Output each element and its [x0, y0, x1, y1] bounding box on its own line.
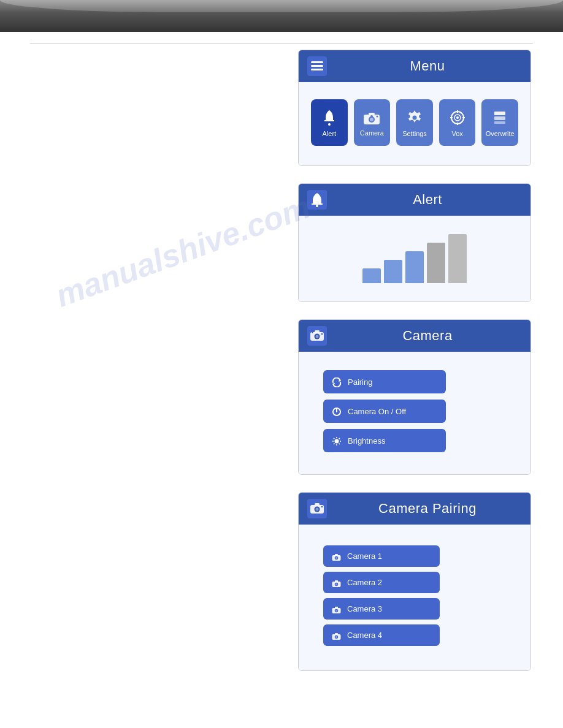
- camera-3-icon: [332, 604, 341, 614]
- svg-rect-2: [311, 69, 323, 70]
- camera-4-label: Camera 4: [347, 631, 382, 640]
- camera-on-off-label: Camera On / Off: [348, 407, 406, 416]
- camera-3-button[interactable]: Camera 3: [323, 598, 440, 620]
- camera-1-label: Camera 1: [347, 552, 382, 561]
- svg-rect-60: [335, 633, 338, 635]
- camera-panel-header: Camera: [299, 320, 530, 352]
- pairing-label: Pairing: [348, 377, 372, 387]
- svg-rect-26: [315, 330, 320, 333]
- alert-title: Alert: [333, 192, 522, 208]
- sync-icon: [332, 376, 342, 387]
- signal-bars: [362, 234, 467, 283]
- bell-icon: [321, 108, 338, 126]
- alert-panel-header: Alert: [299, 184, 530, 216]
- svg-point-51: [335, 583, 337, 585]
- camera-menu-icon: [363, 108, 380, 125]
- svg-point-55: [335, 610, 337, 612]
- svg-rect-0: [311, 61, 323, 63]
- svg-rect-19: [494, 112, 505, 115]
- camera-body: Pairing Camera On / Off: [299, 352, 530, 474]
- svg-line-39: [334, 443, 335, 444]
- gear-icon: [406, 108, 423, 126]
- camera-pairing-header: Camera Pairing: [299, 493, 530, 525]
- camera-pairing-header-icon: [307, 499, 327, 518]
- menu-item-camera[interactable]: Camera: [354, 99, 391, 146]
- camera-on-off-button[interactable]: Camera On / Off: [323, 400, 446, 423]
- brightness-button[interactable]: Brightness: [323, 429, 446, 452]
- pairing-menu: Camera 1 Camera 2: [311, 536, 518, 657]
- svg-line-38: [339, 438, 340, 439]
- camera-menu: Pairing Camera On / Off: [311, 363, 518, 461]
- menu-body: Alert Cam: [299, 82, 530, 165]
- menu-item-overwrite-label: Overwrite: [486, 130, 515, 137]
- svg-rect-48: [335, 554, 338, 556]
- camera-header-icon: [307, 326, 327, 346]
- menu-item-vox[interactable]: Vox: [439, 99, 476, 146]
- camera-pairing-title: Camera Pairing: [333, 501, 522, 517]
- menu-item-alert[interactable]: Alert: [311, 99, 348, 146]
- svg-rect-43: [315, 503, 320, 506]
- camera-4-icon: [332, 630, 341, 640]
- svg-point-44: [321, 506, 323, 507]
- camera-panel: Camera Pairing: [298, 319, 531, 475]
- svg-point-18: [456, 116, 459, 119]
- menu-panel-header: Menu: [299, 50, 530, 82]
- alert-header-icon: [307, 190, 327, 210]
- svg-point-28: [312, 332, 313, 333]
- sun-icon: [332, 435, 342, 446]
- layers-icon: [491, 108, 508, 126]
- menu-item-alert-label: Alert: [323, 130, 337, 137]
- svg-rect-56: [335, 607, 338, 609]
- menu-title: Menu: [333, 58, 522, 74]
- menu-item-settings[interactable]: Settings: [396, 99, 433, 146]
- svg-rect-1: [311, 65, 323, 67]
- svg-line-37: [339, 443, 340, 444]
- bar-3: [405, 251, 424, 283]
- camera-pairing-button[interactable]: Pairing: [323, 370, 446, 393]
- power-icon: [332, 406, 342, 417]
- svg-point-25: [316, 335, 319, 338]
- svg-rect-20: [494, 116, 505, 120]
- bar-2: [384, 260, 402, 283]
- menu-item-settings-label: Settings: [402, 130, 427, 137]
- svg-point-9: [370, 115, 373, 118]
- camera-4-button[interactable]: Camera 4: [323, 624, 440, 646]
- svg-point-8: [377, 115, 378, 117]
- bar-4: [427, 243, 445, 283]
- svg-rect-21: [494, 121, 505, 124]
- svg-point-27: [321, 333, 323, 335]
- camera-2-icon: [332, 577, 341, 588]
- camera-title: Camera: [333, 328, 522, 344]
- camera-1-icon: [332, 551, 341, 561]
- svg-point-11: [413, 115, 417, 119]
- alert-body: [299, 216, 530, 301]
- menu-item-vox-label: Vox: [451, 130, 462, 137]
- menu-item-overwrite[interactable]: Overwrite: [481, 99, 518, 146]
- svg-point-6: [370, 118, 373, 121]
- camera-pairing-panel: Camera Pairing Camera 1: [298, 492, 531, 671]
- svg-point-22: [316, 205, 318, 207]
- svg-point-47: [335, 557, 337, 559]
- svg-rect-52: [335, 580, 338, 582]
- top-bar: [0, 0, 563, 32]
- brightness-label: Brightness: [348, 436, 385, 446]
- camera-3-label: Camera 3: [347, 604, 382, 613]
- bar-5: [448, 234, 467, 283]
- svg-point-3: [328, 123, 331, 126]
- menu-grid: Alert Cam: [311, 93, 518, 152]
- alert-panel: Alert: [298, 183, 531, 302]
- menu-icon: [307, 56, 327, 76]
- svg-point-31: [335, 439, 339, 443]
- camera-2-button[interactable]: Camera 2: [323, 572, 440, 593]
- camera-2-label: Camera 2: [347, 578, 382, 587]
- camera-1-button[interactable]: Camera 1: [323, 545, 440, 567]
- menu-item-camera-label: Camera: [360, 129, 384, 137]
- svg-point-59: [335, 636, 337, 638]
- svg-line-36: [334, 438, 335, 439]
- svg-rect-7: [369, 113, 375, 115]
- svg-point-42: [316, 508, 319, 511]
- camera-pairing-body: Camera 1 Camera 2: [299, 525, 530, 670]
- panels-container: Menu Alert: [0, 44, 563, 671]
- crosshair-icon: [449, 108, 466, 126]
- menu-panel: Menu Alert: [298, 50, 531, 166]
